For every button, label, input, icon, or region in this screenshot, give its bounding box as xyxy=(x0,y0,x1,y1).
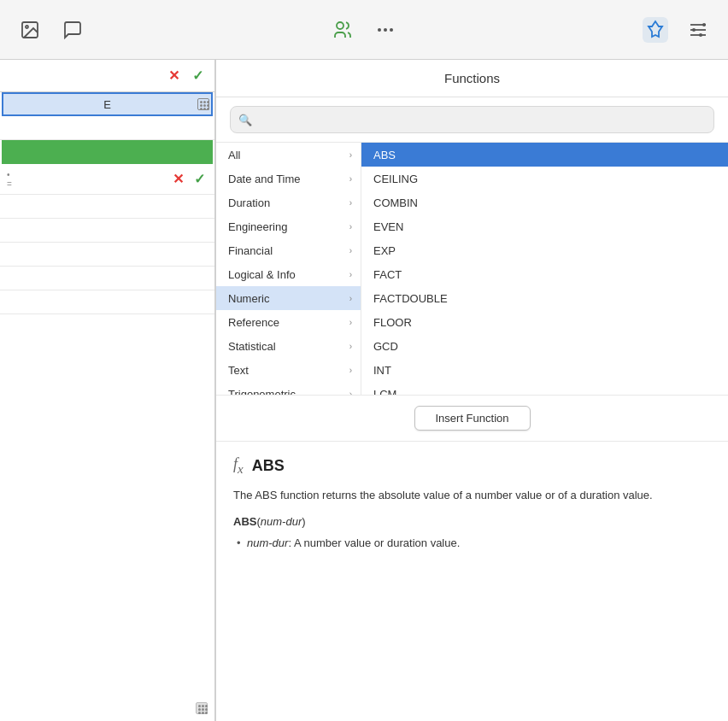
comment-icon[interactable] xyxy=(60,17,85,43)
function-label: EVEN xyxy=(373,220,403,233)
function-label: FACTDOUBLE xyxy=(373,292,448,305)
category-item-statistical[interactable]: Statistical› xyxy=(216,334,361,358)
chevron-icon: › xyxy=(349,270,352,279)
formula-confirm-btn[interactable]: ✓ xyxy=(189,67,206,85)
info-title-row: fx ABS xyxy=(233,455,711,477)
svg-point-3 xyxy=(378,28,381,32)
svg-point-10 xyxy=(692,28,696,32)
info-description: The ABS function returns the absolute va… xyxy=(233,487,711,504)
chevron-icon: › xyxy=(349,318,352,327)
insert-btn-area: Insert Function xyxy=(216,395,728,441)
search-input[interactable] xyxy=(230,106,714,133)
svg-point-2 xyxy=(337,22,343,29)
selected-cell[interactable]: E xyxy=(2,92,213,116)
category-label: Logical & Info xyxy=(228,268,296,281)
function-label: GCD xyxy=(373,340,398,353)
function-label: FLOOR xyxy=(373,316,412,329)
function-item-int[interactable]: INT xyxy=(361,358,728,382)
svg-point-5 xyxy=(390,28,393,32)
image-icon[interactable] xyxy=(17,17,43,43)
function-item-abs[interactable]: ABS xyxy=(361,143,728,167)
svg-point-9 xyxy=(702,23,706,26)
chevron-icon: › xyxy=(349,222,352,232)
chevron-icon: › xyxy=(349,342,352,351)
panel-title: Functions xyxy=(216,60,728,97)
insert-function-button[interactable]: Insert Function xyxy=(414,406,531,431)
chevron-icon: › xyxy=(349,150,352,160)
chevron-icon: › xyxy=(349,246,352,255)
search-bar: 🔍 xyxy=(216,97,728,143)
spreadsheet-row xyxy=(0,290,214,314)
category-item-engineering[interactable]: Engineering› xyxy=(216,214,361,238)
svg-point-4 xyxy=(384,28,387,32)
cell-label: E xyxy=(103,98,111,111)
editing-row: • = ✕ ✓ xyxy=(0,164,214,195)
function-item-ceiling[interactable]: CEILING xyxy=(361,167,728,191)
category-item-logical[interactable]: Logical & Info› xyxy=(216,262,361,286)
edit-cancel-btn[interactable]: ✕ xyxy=(170,171,186,188)
svg-point-11 xyxy=(699,33,702,37)
chevron-icon: › xyxy=(349,174,352,184)
param-item: num-dur: A number value or duration valu… xyxy=(233,535,711,552)
fx-icon: fx xyxy=(233,455,244,477)
function-label: EXP xyxy=(373,244,396,257)
formula-cancel-btn[interactable]: ✕ xyxy=(165,67,182,85)
list-area: All›Date and Time›Duration›Engineering›F… xyxy=(216,143,728,395)
category-item-reference[interactable]: Reference› xyxy=(216,310,361,334)
function-label: CEILING xyxy=(373,173,418,185)
search-icon: 🔍 xyxy=(238,114,252,126)
category-label: Numeric xyxy=(228,292,269,305)
function-label: FACT xyxy=(373,268,402,281)
function-item-even[interactable]: EVEN xyxy=(361,214,728,238)
more-icon[interactable] xyxy=(373,17,398,43)
category-label: Statistical xyxy=(228,340,276,353)
function-item-gcd[interactable]: GCD xyxy=(361,334,728,358)
colored-row xyxy=(2,140,213,164)
spreadsheet-row xyxy=(0,219,214,243)
formula-bar: ✕ ✓ xyxy=(0,60,214,92)
category-item-text[interactable]: Text› xyxy=(216,358,361,382)
function-item-factdouble[interactable]: FACTDOUBLE xyxy=(361,286,728,310)
collaborate-icon[interactable] xyxy=(330,17,355,43)
function-item-floor[interactable]: FLOOR xyxy=(361,310,728,334)
format-icon[interactable] xyxy=(685,17,711,43)
info-panel: fx ABS The ABS function returns the abso… xyxy=(216,441,728,721)
category-item-all[interactable]: All› xyxy=(216,143,361,167)
function-label: LCM xyxy=(373,388,396,396)
spreadsheet-area: ✕ ✓ E • = ✕ ✓ xyxy=(0,60,215,721)
function-item-exp[interactable]: EXP xyxy=(361,238,728,262)
categories-list: All›Date and Time›Duration›Engineering›F… xyxy=(216,143,361,395)
pin-icon[interactable] xyxy=(643,17,668,43)
function-label: COMBIN xyxy=(373,196,418,209)
editing-input[interactable] xyxy=(21,169,165,190)
bottom-handle[interactable] xyxy=(196,702,208,714)
category-label: Trigonometric xyxy=(228,388,296,396)
function-item-lcm[interactable]: LCM xyxy=(361,382,728,395)
category-item-numeric[interactable]: Numeric› xyxy=(216,286,361,310)
chevron-icon: › xyxy=(349,198,352,208)
cell-handle[interactable] xyxy=(197,98,209,110)
category-label: All xyxy=(228,149,240,161)
function-item-combin[interactable]: COMBIN xyxy=(361,191,728,214)
main-area: ✕ ✓ E • = ✕ ✓ xyxy=(0,60,728,721)
info-params: num-dur: A number value or duration valu… xyxy=(233,535,711,552)
spreadsheet-row xyxy=(0,195,214,219)
category-label: Date and Time xyxy=(228,173,301,185)
function-item-fact[interactable]: FACT xyxy=(361,262,728,286)
category-item-trig[interactable]: Trigonometric› xyxy=(216,382,361,395)
category-label: Financial xyxy=(228,244,273,257)
category-item-duration[interactable]: Duration› xyxy=(216,191,361,214)
category-item-financial[interactable]: Financial› xyxy=(216,238,361,262)
category-label: Engineering xyxy=(228,220,287,233)
spreadsheet-row xyxy=(0,267,214,290)
edit-confirm-btn[interactable]: ✓ xyxy=(191,171,208,188)
chevron-icon: › xyxy=(349,294,352,303)
toolbar xyxy=(0,0,728,60)
function-label: INT xyxy=(373,364,391,377)
info-func-name: ABS xyxy=(252,457,285,475)
functions-panel: Functions 🔍 All›Date and Time›Duration›E… xyxy=(215,60,728,721)
category-item-date-time[interactable]: Date and Time› xyxy=(216,167,361,191)
function-label: ABS xyxy=(373,149,396,161)
info-syntax: ABS(num-dur) xyxy=(233,515,711,528)
spreadsheet-row xyxy=(0,243,214,267)
